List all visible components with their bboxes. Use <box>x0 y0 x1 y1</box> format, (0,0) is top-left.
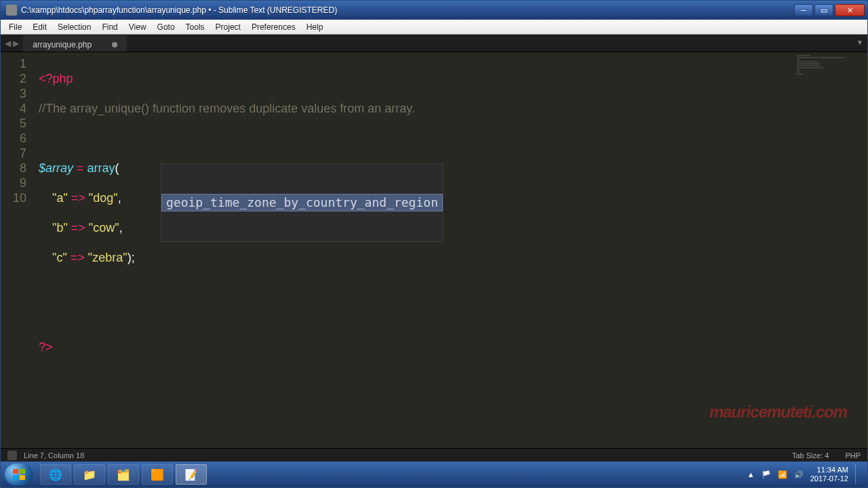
start-button[interactable] <box>5 464 33 485</box>
autocomplete-item[interactable]: geoip_time_zone_by_country_and_region <box>161 194 443 211</box>
menu-selection[interactable]: Selection <box>52 21 96 33</box>
menu-file[interactable]: File <box>3 21 27 33</box>
minimize-button[interactable]: ─ <box>794 4 813 16</box>
menu-tools[interactable]: Tools <box>180 21 210 33</box>
app-icon <box>6 5 17 16</box>
tab-label: arrayunique.php <box>33 40 92 49</box>
code-area[interactable]: <?php //The array_unique() function remo… <box>33 52 867 448</box>
maximize-button[interactable]: ▭ <box>814 4 833 16</box>
status-cursor-position[interactable]: Line 7, Column 18 <box>24 451 84 460</box>
autocomplete-popup[interactable]: geoip_time_zone_by_country_and_region <box>161 163 443 242</box>
menu-find[interactable]: Find <box>96 21 123 33</box>
menu-edit[interactable]: Edit <box>27 21 52 33</box>
menu-project[interactable]: Project <box>210 21 246 33</box>
taskbar: 🌐 📁 🗂️ 🟧 📝 ▲ 🏳️ 📶 🔊 11:34 AM 2017-07-12 <box>1 462 867 487</box>
title-bar: C:\xampp\htdocs\phparrayfunction\arrayun… <box>1 1 867 20</box>
menu-bar: File Edit Selection Find View Goto Tools… <box>1 20 867 35</box>
windows-logo-icon <box>13 469 25 480</box>
code-editor[interactable]: 1 2 3 4 5 6 7 8 9 10 <?php //The array_u… <box>1 52 867 448</box>
tab-active[interactable]: arrayunique.php <box>23 35 127 52</box>
close-button[interactable]: ✕ <box>835 4 865 16</box>
window-title: C:\xampp\htdocs\phparrayfunction\arrayun… <box>21 5 794 15</box>
tab-bar: ◀ ▶ arrayunique.php ▼ <box>1 35 867 52</box>
tray-flag-icon[interactable]: 🏳️ <box>762 470 771 479</box>
taskbar-explorer[interactable]: 📁 <box>74 464 105 485</box>
status-syntax[interactable]: PHP <box>845 451 861 460</box>
menu-goto[interactable]: Goto <box>152 21 180 33</box>
minimap[interactable] <box>797 55 865 82</box>
tab-dirty-indicator <box>112 42 117 47</box>
tray-clock[interactable]: 11:34 AM 2017-07-12 <box>810 466 848 483</box>
status-tab-size[interactable]: Tab Size: 4 <box>792 451 829 460</box>
window-controls: ─ ▭ ✕ <box>794 4 865 16</box>
menu-help[interactable]: Help <box>301 21 329 33</box>
tab-nav-arrows[interactable]: ◀ ▶ <box>1 35 23 52</box>
menu-preferences[interactable]: Preferences <box>246 21 301 33</box>
menu-view[interactable]: View <box>123 21 152 33</box>
tray-volume-icon[interactable]: 🔊 <box>794 470 804 479</box>
line-gutter: 1 2 3 4 5 6 7 8 9 10 <box>1 52 33 448</box>
taskbar-sublime[interactable]: 📝 <box>176 464 207 485</box>
show-desktop-button[interactable] <box>855 464 863 485</box>
tray-network-icon[interactable]: 📶 <box>778 470 787 479</box>
tray-arrow-icon[interactable]: ▲ <box>747 470 755 479</box>
taskbar-app1[interactable]: 🗂️ <box>108 464 139 485</box>
tab-dropdown-icon[interactable]: ▼ <box>856 39 863 46</box>
taskbar-ie[interactable]: 🌐 <box>40 464 71 485</box>
taskbar-items: 🌐 📁 🗂️ 🟧 📝 <box>40 464 207 485</box>
status-bar: Line 7, Column 18 Tab Size: 4 PHP <box>1 448 867 462</box>
taskbar-xampp[interactable]: 🟧 <box>142 464 173 485</box>
system-tray[interactable]: ▲ 🏳️ 📶 🔊 11:34 AM 2017-07-12 <box>747 464 863 485</box>
status-icon[interactable] <box>7 451 17 460</box>
